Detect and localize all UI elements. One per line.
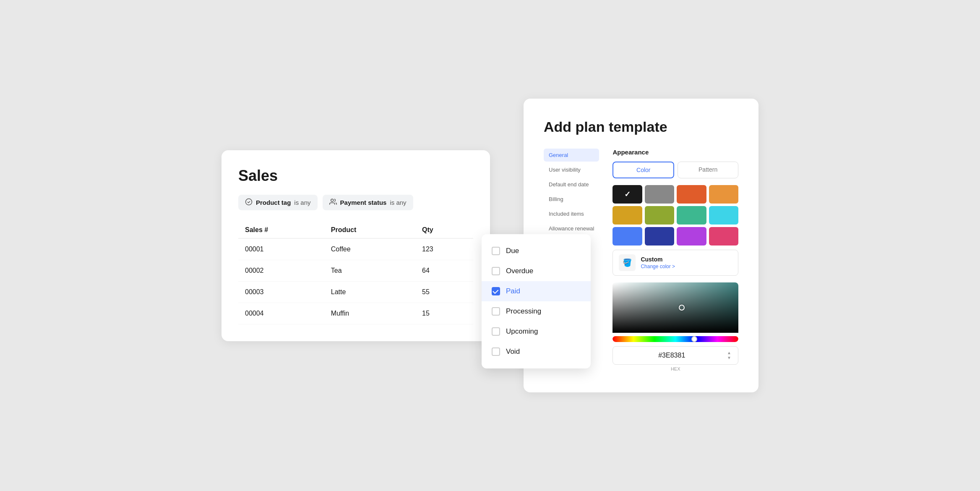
col-sales: Sales # <box>238 222 324 238</box>
stepper-down[interactable]: ▼ <box>727 356 731 360</box>
payment-status-bold: Payment status <box>340 199 387 206</box>
appearance-title: Appearance <box>612 149 738 156</box>
color-swatch[interactable] <box>645 227 674 246</box>
sales-table: Sales # Product Qty 00001Coffee12300002T… <box>238 222 473 324</box>
checkbox <box>492 307 500 316</box>
color-swatch[interactable] <box>612 206 642 225</box>
table-row: 00001Coffee123 <box>238 238 473 260</box>
table-cell: 00003 <box>238 281 324 303</box>
table-cell: 55 <box>415 281 473 303</box>
table-cell: 15 <box>415 303 473 324</box>
dropdown-item-label: Overdue <box>506 267 533 275</box>
table-cell: 00004 <box>238 303 324 324</box>
checkbox <box>492 347 500 356</box>
hue-thumb <box>691 336 697 342</box>
color-indicator <box>679 305 685 311</box>
dropdown-item[interactable]: Processing <box>482 301 591 321</box>
tab-pattern[interactable]: Pattern <box>678 162 738 178</box>
table-cell: 123 <box>415 238 473 260</box>
svg-point-0 <box>246 198 252 205</box>
dropdown-item-label: Due <box>506 247 519 255</box>
sidebar-nav-item[interactable]: Default end date <box>544 178 599 191</box>
color-swatch[interactable] <box>709 227 738 246</box>
checkbox <box>492 267 500 275</box>
stepper-arrows: ▲ ▼ <box>727 351 731 360</box>
col-qty: Qty <box>415 222 473 238</box>
hue-slider-container <box>612 333 738 342</box>
sidebar-nav-item[interactable]: User visibility <box>544 163 599 176</box>
custom-text: Custom Change color > <box>641 256 675 269</box>
dropdown-item[interactable]: Overdue <box>482 261 591 281</box>
dropdown-item-label: Paid <box>506 287 520 295</box>
hue-slider[interactable] <box>612 336 738 342</box>
custom-icon-box: 🪣 <box>619 254 636 271</box>
hex-input-row[interactable]: #3E8381 ▲ ▼ <box>612 346 738 365</box>
payment-status-filter[interactable]: Payment status is any <box>323 195 413 210</box>
color-grid <box>612 185 738 246</box>
checkbox <box>492 247 500 255</box>
custom-label: Custom <box>641 256 675 263</box>
table-cell: Coffee <box>324 238 415 260</box>
dropdown-item-label: Void <box>506 347 520 356</box>
checkbox <box>492 287 500 295</box>
table-cell: 00001 <box>238 238 324 260</box>
color-swatch[interactable] <box>612 185 642 204</box>
payment-status-normal: is any <box>390 199 406 206</box>
plan-template-title: Add plan template <box>544 119 738 135</box>
dropdown-item[interactable]: Upcoming <box>482 321 591 342</box>
col-product: Product <box>324 222 415 238</box>
checkbox <box>492 327 500 336</box>
color-swatch[interactable] <box>677 185 706 204</box>
dropdown-item[interactable]: Void <box>482 342 591 362</box>
table-row: 00003Latte55 <box>238 281 473 303</box>
custom-color-row: 🪣 Custom Change color > <box>612 250 738 276</box>
dropdown-item-label: Upcoming <box>506 327 538 336</box>
table-cell: 00002 <box>238 260 324 281</box>
appearance-section: Appearance Color Pattern 🪣 Custom Change… <box>612 149 738 371</box>
change-color-link[interactable]: Change color > <box>641 264 675 269</box>
table-cell: Tea <box>324 260 415 281</box>
stepper-up[interactable]: ▲ <box>727 351 731 355</box>
color-swatch[interactable] <box>645 206 674 225</box>
table-row: 00002Tea64 <box>238 260 473 281</box>
paint-bucket-icon: 🪣 <box>623 258 632 267</box>
table-cell: 64 <box>415 260 473 281</box>
product-tag-normal: is any <box>294 199 310 206</box>
sales-title: Sales <box>238 167 473 185</box>
color-swatch[interactable] <box>709 185 738 204</box>
table-cell: Muffin <box>324 303 415 324</box>
dropdown-item[interactable]: Paid <box>482 281 591 301</box>
users-icon <box>329 198 337 207</box>
product-tag-bold: Product tag <box>256 199 291 206</box>
product-tag-filter[interactable]: Product tag is any <box>238 195 318 210</box>
filter-row: Product tag is any Payment status is any <box>238 195 473 210</box>
check-circle-icon <box>245 198 253 207</box>
payment-status-dropdown: DueOverduePaidProcessingUpcomingVoid <box>482 234 591 368</box>
color-swatch[interactable] <box>709 206 738 225</box>
hex-value[interactable]: #3E8381 <box>620 352 724 359</box>
sales-panel: Sales Product tag is any Payment <box>222 150 490 341</box>
appearance-tabs: Color Pattern <box>612 162 738 178</box>
color-swatch[interactable] <box>612 227 642 246</box>
sidebar-nav-item[interactable]: Billing <box>544 193 599 206</box>
color-picker <box>612 282 738 342</box>
tab-color[interactable]: Color <box>612 162 674 178</box>
color-gradient[interactable] <box>612 282 738 333</box>
sidebar-nav-item[interactable]: Included items <box>544 207 599 220</box>
svg-point-1 <box>331 199 333 201</box>
color-swatch[interactable] <box>677 227 706 246</box>
color-swatch[interactable] <box>677 206 706 225</box>
table-cell: Latte <box>324 281 415 303</box>
sidebar-nav-item[interactable]: Allowance renewal <box>544 222 599 235</box>
dropdown-item-label: Processing <box>506 307 541 316</box>
table-row: 00004Muffin15 <box>238 303 473 324</box>
sidebar-nav-item[interactable]: General <box>544 149 599 162</box>
hex-label: HEX <box>612 366 738 371</box>
color-swatch[interactable] <box>645 185 674 204</box>
dropdown-item[interactable]: Due <box>482 241 591 261</box>
